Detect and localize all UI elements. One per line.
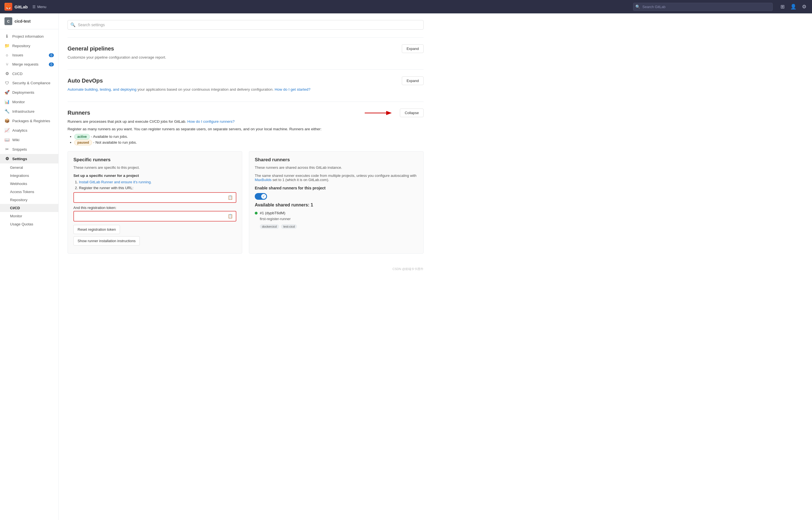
sidebar-item-project-information[interactable]: ℹ Project information xyxy=(0,31,58,41)
sub-label-repository: Repository xyxy=(10,198,27,202)
runner-url-input[interactable]: http://... ██████████████/ xyxy=(74,193,225,202)
sub-label-integrations: Integrations xyxy=(10,174,29,178)
collapse-arrow-annotation xyxy=(362,109,396,117)
sub-item-cicd[interactable]: CI/CD xyxy=(0,204,58,212)
available-shared-runners-count: Available shared runners: 1 xyxy=(255,203,418,208)
runners-type-list: active - Available to run jobs. paused -… xyxy=(74,134,424,145)
shared-runner-tags: dockercicd test-cicd xyxy=(260,223,418,229)
security-icon: 🛡 xyxy=(4,81,9,85)
profile-button[interactable]: 👤 xyxy=(789,2,797,11)
sub-item-webhooks[interactable]: Webhooks xyxy=(0,180,58,188)
repository-icon: 📁 xyxy=(4,43,9,48)
project-name: cicd-test xyxy=(15,19,31,23)
search-input[interactable] xyxy=(633,3,773,11)
settings-search-container: 🔍 xyxy=(68,20,424,30)
auto-devops-link[interactable]: Automate building, testing, and deployin… xyxy=(68,87,136,92)
search-container: 🔍 xyxy=(633,3,773,11)
sidebar-item-repository[interactable]: 📁 Repository xyxy=(0,41,58,51)
sidebar-item-packages-registries[interactable]: 📦 Packages & Registries xyxy=(0,116,58,126)
runners-section: Runners Collapse Runners are processes t… xyxy=(68,102,424,260)
new-item-button[interactable]: ⊞ xyxy=(779,2,786,11)
token-input-row: █ ███ ██████████ ██ ████ █ 📋 xyxy=(73,211,236,222)
sidebar-label-monitor: Monitor xyxy=(12,100,25,104)
sidebar-label-analytics: Analytics xyxy=(12,128,27,132)
topnav-actions: ⊞ 👤 ⚙ xyxy=(779,2,808,11)
url-copy-button[interactable]: 📋 xyxy=(225,193,236,202)
sidebar: C cicd-test ℹ Project information 📁 Repo… xyxy=(0,14,58,520)
runner-online-dot xyxy=(255,212,258,214)
sub-item-usage-quotas[interactable]: Usage Quotas xyxy=(0,220,58,228)
sidebar-item-security-compliance[interactable]: 🛡 Security & Compliance xyxy=(0,78,58,87)
settings-button[interactable]: ⚙ xyxy=(801,2,808,11)
sidebar-item-wiki[interactable]: 📖 Wiki xyxy=(0,135,58,145)
sidebar-label-issues: Issues xyxy=(12,53,23,57)
project-initial: C xyxy=(7,19,9,23)
sub-label-usage-quotas: Usage Quotas xyxy=(10,222,33,226)
general-pipelines-desc: Customize your pipeline configuration an… xyxy=(68,55,424,59)
sidebar-item-issues[interactable]: ○ Issues 0 xyxy=(0,51,58,60)
sidebar-item-merge-requests[interactable]: ⑂ Merge requests 0 xyxy=(0,60,58,69)
runner-token-input[interactable]: █ ███ ██████████ ██ ████ █ xyxy=(74,212,225,220)
shared-runners-title: Shared runners xyxy=(255,157,418,163)
sidebar-item-cicd[interactable]: ⚙ CI/CD xyxy=(0,69,58,78)
settings-search-input[interactable] xyxy=(68,20,424,30)
content-area: 🔍 General pipelines Expand Customize you… xyxy=(58,14,432,278)
auto-devops-expand-btn[interactable]: Expand xyxy=(402,76,424,85)
general-pipelines-expand-btn[interactable]: Expand xyxy=(402,44,424,53)
token-label: And this registration token: xyxy=(73,206,236,210)
sub-label-monitor: Monitor xyxy=(10,214,22,218)
sub-item-monitor[interactable]: Monitor xyxy=(0,212,58,220)
paused-runner-item: paused - Not available to run jobs. xyxy=(74,140,424,145)
auto-devops-get-started-link[interactable]: How do I get started? xyxy=(275,87,310,92)
merge-requests-icon: ⑂ xyxy=(4,62,9,67)
sub-label-general: General xyxy=(10,165,23,170)
analytics-icon: 📈 xyxy=(4,128,9,133)
toggle-knob: ✓ xyxy=(261,194,266,199)
sidebar-item-settings[interactable]: ⚙ Settings xyxy=(0,154,58,163)
runners-desc1: Runners are processes that pick up and e… xyxy=(68,120,424,124)
step2-text: Register the runner with this URL: xyxy=(79,186,133,190)
issues-badge: 0 xyxy=(49,53,54,57)
gitlab-logo-text: GitLab xyxy=(15,4,28,9)
search-icon: 🔍 xyxy=(635,4,640,9)
sidebar-item-monitor[interactable]: 📊 Monitor xyxy=(0,97,58,107)
monitor-icon: 📊 xyxy=(4,99,9,104)
merge-requests-badge: 0 xyxy=(49,62,54,67)
maxbuilds-link[interactable]: MaxBuilds xyxy=(255,178,272,182)
sidebar-item-analytics[interactable]: 📈 Analytics xyxy=(0,126,58,135)
enable-shared-runners-toggle[interactable]: ✓ xyxy=(255,193,267,200)
token-input-wrapper: █ ███ ██████████ ██ ████ █ 📋 复制此处 token，… xyxy=(73,211,236,222)
sidebar-item-snippets[interactable]: ✂ Snippets xyxy=(0,145,58,154)
shared-runner-name: #1 (dypbT6dM) xyxy=(260,211,285,215)
runner-steps-list: Install GitLab Runner and ensure it's ru… xyxy=(79,180,236,190)
sidebar-label-repository: Repository xyxy=(12,44,30,48)
sub-label-cicd: CI/CD xyxy=(10,206,20,210)
configure-runners-link[interactable]: How do I configure runners? xyxy=(187,120,235,124)
reset-registration-token-btn[interactable]: Reset registration token xyxy=(73,225,120,234)
gitlab-logo[interactable]: 🦊 GitLab xyxy=(4,3,28,10)
active-runner-item: active - Available to run jobs. xyxy=(74,134,424,139)
sub-item-integrations[interactable]: Integrations xyxy=(0,172,58,180)
project-header[interactable]: C cicd-test xyxy=(0,14,58,29)
deployments-icon: 🚀 xyxy=(4,90,9,95)
sidebar-item-infrastructure[interactable]: 🔧 Infrastructure xyxy=(0,107,58,116)
main-content: 🔍 General pipelines Expand Customize you… xyxy=(58,14,812,520)
hamburger-menu[interactable]: ☰ Menu xyxy=(32,5,47,9)
sub-item-access-tokens[interactable]: Access Tokens xyxy=(0,188,58,196)
url-input-wrapper: http://... ██████████████/ 📋 复制此处 URL 注册… xyxy=(73,192,236,203)
main-layout: C cicd-test ℹ Project information 📁 Repo… xyxy=(0,14,812,520)
shared-runners-desc2: The same shared runner executes code fro… xyxy=(255,174,418,182)
show-runner-instructions-btn[interactable]: Show runner installation instructions xyxy=(73,236,140,245)
install-runner-link[interactable]: Install GitLab Runner and ensure it's ru… xyxy=(79,180,152,184)
sidebar-item-deployments[interactable]: 🚀 Deployments xyxy=(0,87,58,97)
sub-item-repository[interactable]: Repository xyxy=(0,196,58,204)
sub-label-webhooks: Webhooks xyxy=(10,182,27,186)
sidebar-label-cicd: CI/CD xyxy=(12,72,23,76)
runners-desc2: Register as many runners as you want. Yo… xyxy=(68,127,424,131)
token-copy-button[interactable]: 📋 xyxy=(225,211,236,221)
sidebar-label-wiki: Wiki xyxy=(12,138,20,142)
sub-item-general[interactable]: General xyxy=(0,163,58,172)
runner-action-buttons: Reset registration token Show runner ins… xyxy=(73,225,236,248)
runners-collapse-btn[interactable]: Collapse xyxy=(400,108,424,117)
sidebar-label-security: Security & Compliance xyxy=(12,81,51,85)
